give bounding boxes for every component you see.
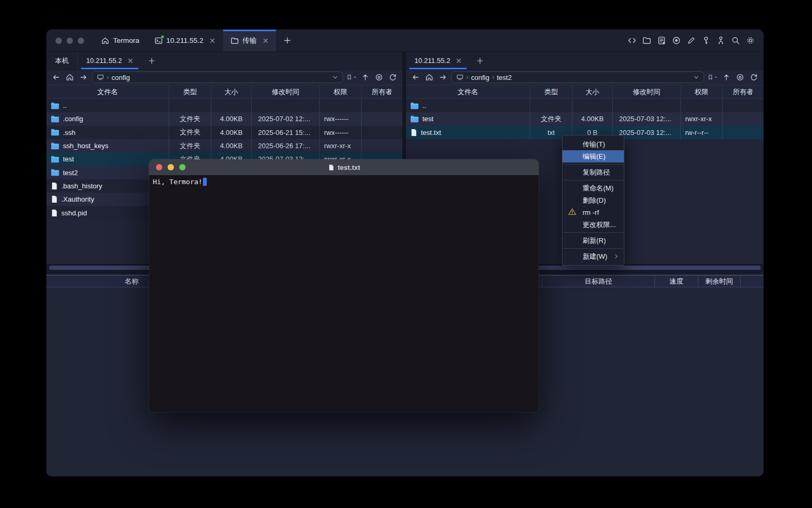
path-segment[interactable]: config: [471, 74, 490, 81]
forward-icon[interactable]: [78, 72, 89, 83]
column-header[interactable]: 目标路径: [542, 276, 655, 287]
menu-item--w-[interactable]: 新建(W): [562, 250, 624, 262]
cell-text: 2025-06-26 17:...: [258, 142, 310, 150]
zoom-window-button[interactable]: [179, 164, 186, 170]
file-cell: test.txt: [406, 126, 530, 139]
menu-item--d-[interactable]: 删除(D): [562, 194, 624, 206]
search-icon[interactable]: [731, 36, 740, 45]
keychain-icon[interactable]: [716, 36, 725, 45]
path-breadcrumb[interactable]: › config › test2: [451, 71, 704, 83]
menu-item--m-[interactable]: 重命名(M): [562, 182, 624, 194]
column-header[interactable]: 剩余时间: [698, 276, 741, 287]
minimize-window-button[interactable]: [67, 38, 73, 44]
menu-separator: [563, 180, 623, 180]
minimize-window-button[interactable]: [168, 164, 174, 170]
window-controls[interactable]: [47, 30, 94, 51]
refresh-icon[interactable]: [749, 72, 759, 83]
tab-ssh-host[interactable]: 10.211.55.2 ✕: [147, 30, 223, 51]
column-header[interactable]: 类型: [169, 85, 211, 98]
snippet-icon[interactable]: [657, 36, 666, 45]
home-icon[interactable]: [424, 72, 435, 83]
file-cell: rwx------: [320, 126, 362, 139]
right-pane-toolbar: › config › test2: [406, 70, 763, 85]
title-tab-bar: Termora 10.211.55.2 ✕ 传输 ✕: [47, 30, 763, 52]
show-hidden-icon[interactable]: [735, 72, 745, 83]
column-header[interactable]: 文件名: [406, 85, 530, 98]
path-segment[interactable]: config: [112, 74, 130, 81]
file-row[interactable]: ssh_host_keys文件夹4.00KB2025-06-26 17:...r…: [47, 139, 402, 152]
file-row[interactable]: ..: [406, 99, 763, 112]
menu-item--[interactable]: 复制路径: [562, 166, 624, 178]
column-header[interactable]: 类型: [530, 85, 573, 98]
computer-icon: [97, 74, 104, 81]
key-icon[interactable]: [702, 36, 710, 45]
file-cell: [169, 99, 211, 112]
close-window-button[interactable]: [156, 164, 162, 170]
tab-remote-host[interactable]: 10.211.55.2 ✕: [78, 52, 142, 69]
file-icon: [51, 195, 58, 203]
edit-icon[interactable]: [687, 36, 696, 45]
column-header[interactable]: 所有者: [362, 85, 402, 98]
refresh-icon[interactable]: [387, 72, 398, 83]
new-pane-tab-button[interactable]: [470, 52, 490, 69]
back-icon[interactable]: [410, 72, 421, 83]
file-row[interactable]: ..: [47, 99, 402, 112]
zoom-window-button[interactable]: [78, 38, 84, 44]
chevron-down-icon[interactable]: [332, 74, 338, 80]
chevron-right-icon: ›: [492, 74, 494, 81]
forward-icon[interactable]: [438, 72, 448, 83]
editor-title-bar[interactable]: test.txt: [149, 159, 539, 175]
column-header[interactable]: 权限: [320, 85, 362, 98]
tab-local[interactable]: 本机: [47, 52, 78, 69]
file-icon: [51, 209, 58, 217]
tab-label: 10.211.55.2: [414, 57, 450, 65]
close-tab-icon[interactable]: ✕: [209, 37, 216, 44]
folder-icon: [51, 142, 59, 150]
folder-icon[interactable]: [642, 36, 651, 45]
menu-item--[interactable]: 更改权限...: [562, 219, 624, 231]
column-header[interactable]: 所有者: [723, 85, 763, 98]
back-icon[interactable]: [51, 72, 61, 83]
file-icon: [51, 182, 58, 190]
record-icon[interactable]: [672, 36, 681, 45]
tab-termora[interactable]: Termora: [94, 30, 147, 51]
menu-item-rm-rf[interactable]: rm -rf: [562, 206, 624, 219]
column-header[interactable]: 修改时间: [613, 85, 681, 98]
close-tab-icon[interactable]: ✕: [127, 57, 134, 65]
column-header[interactable]: 大小: [573, 85, 613, 98]
tab-remote-host[interactable]: 10.211.55.2 ✕: [406, 52, 470, 69]
editor-content[interactable]: Hi, Termora!: [149, 175, 539, 412]
path-breadcrumb[interactable]: › config: [92, 71, 343, 83]
chevron-down-icon[interactable]: [693, 74, 699, 80]
column-header[interactable]: 速度: [655, 276, 698, 287]
file-row[interactable]: .ssh文件夹4.00KB2025-06-21 15:...rwx------: [47, 126, 402, 139]
cell-text: rwxr-xr-x: [685, 115, 712, 123]
menu-item--r-[interactable]: 刷新(R): [562, 234, 624, 247]
close-window-button[interactable]: [56, 38, 62, 44]
home-icon[interactable]: [64, 72, 75, 83]
cell-text: .bash_history: [61, 182, 102, 190]
new-tab-button[interactable]: [276, 30, 299, 51]
settings-icon[interactable]: [746, 36, 755, 45]
path-segment[interactable]: test2: [497, 74, 512, 81]
bookmark-icon[interactable]: [346, 72, 357, 83]
file-row[interactable]: .config文件夹4.00KB2025-07-02 12:...rwx----…: [47, 112, 402, 125]
upload-icon[interactable]: [360, 72, 371, 83]
menu-item--e-[interactable]: 编辑(E): [562, 150, 624, 162]
code-icon[interactable]: [628, 36, 636, 45]
close-tab-icon[interactable]: ✕: [263, 37, 269, 44]
menu-item--t-[interactable]: 传输(T): [562, 138, 624, 150]
column-header[interactable]: 修改时间: [252, 85, 320, 98]
show-hidden-icon[interactable]: [374, 72, 384, 83]
upload-icon[interactable]: [721, 72, 732, 83]
file-row[interactable]: test文件夹4.00KB2025-07-03 12:...rwxr-xr-x: [406, 112, 763, 125]
file-cell: [613, 99, 681, 112]
column-header[interactable]: 权限: [681, 85, 723, 98]
bookmark-icon[interactable]: [707, 72, 718, 83]
column-header[interactable]: 文件名: [47, 85, 169, 98]
new-pane-tab-button[interactable]: [142, 52, 162, 69]
close-tab-icon[interactable]: ✕: [456, 57, 462, 65]
column-header[interactable]: 大小: [211, 85, 252, 98]
tab-transfer[interactable]: 传输 ✕: [223, 30, 276, 51]
editor-window-controls[interactable]: [149, 164, 186, 170]
